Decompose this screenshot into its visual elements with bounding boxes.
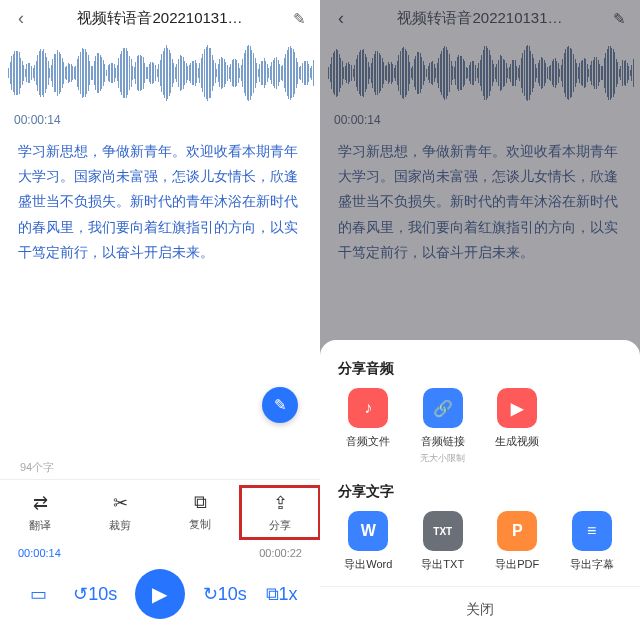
share-audio-file[interactable]: ♪ 音频文件 [334,388,403,465]
copy-button[interactable]: ⧉ 复制 [160,486,240,539]
time-total: 00:00:22 [259,547,302,559]
share-audio-title: 分享音频 [338,360,622,378]
speed-button[interactable]: ⧉1x [265,577,299,611]
sublabel: 无大小限制 [420,452,465,465]
page-title: 视频转语音202210131… [32,9,288,28]
share-button[interactable]: ⇪ 分享 [240,486,320,539]
label: 导出TXT [421,557,464,572]
share-audio-link[interactable]: 🔗 音频链接 无大小限制 [409,388,478,465]
link-icon: 🔗 [423,388,463,428]
time-row: 00:00:14 00:00:22 [0,545,320,561]
translate-icon: ⇄ [33,492,48,514]
player-row: ▭ ↺10s ▶ ↻10s ⧉1x [0,561,320,633]
play-button[interactable]: ▶ [135,569,185,619]
label: 导出PDF [495,557,539,572]
translate-label: 翻译 [29,518,51,533]
translate-button[interactable]: ⇄ 翻译 [0,486,80,539]
share-sheet: 分享音频 ♪ 音频文件 🔗 音频链接 无大小限制 ▶ 生成视频 分享文字 W 导… [320,340,640,633]
time-current: 00:00:14 [18,547,61,559]
copy-label: 复制 [189,517,211,532]
label: 导出Word [344,557,392,572]
share-icon: ⇪ [273,492,288,514]
screen-share: ‹ 视频转语音202210131… ✎ 00:00:14 学习新思想，争做新青年… [320,0,640,633]
fwd10-button[interactable]: ↻10s [208,577,242,611]
marker-button[interactable]: ▭ [21,577,55,611]
timestamp: 00:00:14 [0,109,320,135]
share-gen-video[interactable]: ▶ 生成视频 [483,388,552,465]
char-count: 94个字 [0,456,320,479]
export-pdf[interactable]: P 导出PDF [483,511,552,572]
word-icon: W [348,511,388,551]
waveform[interactable] [0,37,320,109]
action-row: ⇄ 翻译 ✂ 裁剪 ⧉ 复制 ⇪ 分享 [0,479,320,545]
video-icon: ▶ [497,388,537,428]
export-txt[interactable]: TXT 导出TXT [409,511,478,572]
export-word[interactable]: W 导出Word [334,511,403,572]
transcript[interactable]: 学习新思想，争做新青年。欢迎收看本期青年大学习。国家尚未富强，怎谈儿女情长，欣逢… [0,135,320,269]
screen-main: ‹ 视频转语音202210131… ✎ 00:00:14 学习新思想，争做新青年… [0,0,320,633]
crop-label: 裁剪 [109,518,131,533]
label: 生成视频 [495,434,539,449]
edit-fab[interactable]: ✎ [262,387,298,423]
subtitle-icon: ≡ [572,511,612,551]
label: 导出字幕 [570,557,614,572]
export-subtitle[interactable]: ≡ 导出字幕 [558,511,627,572]
crop-icon: ✂ [113,492,128,514]
back-icon[interactable]: ‹ [10,8,32,29]
share-text-grid: W 导出Word TXT 导出TXT P 导出PDF ≡ 导出字幕 [334,511,626,572]
txt-icon: TXT [423,511,463,551]
share-label: 分享 [269,518,291,533]
crop-button[interactable]: ✂ 裁剪 [80,486,160,539]
label: 音频文件 [346,434,390,449]
label: 音频链接 [421,434,465,449]
pdf-icon: P [497,511,537,551]
copy-icon: ⧉ [194,492,207,513]
close-button[interactable]: 关闭 [320,586,640,633]
music-icon: ♪ [348,388,388,428]
share-audio-grid: ♪ 音频文件 🔗 音频链接 无大小限制 ▶ 生成视频 [334,388,626,465]
back10-button[interactable]: ↺10s [78,577,112,611]
share-text-title: 分享文字 [338,483,622,501]
edit-icon[interactable]: ✎ [288,10,310,28]
header: ‹ 视频转语音202210131… ✎ [0,0,320,37]
